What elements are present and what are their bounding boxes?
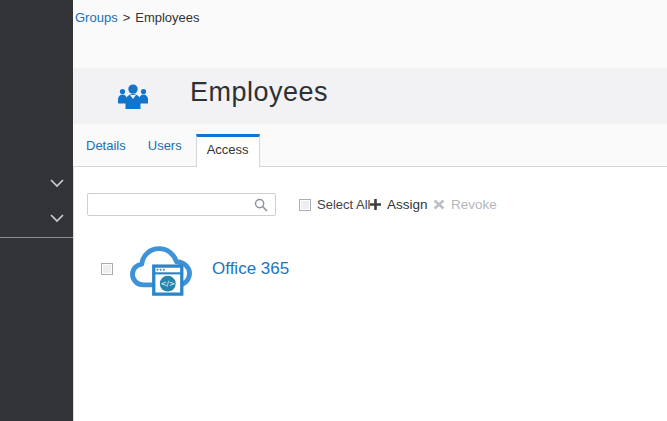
sidebar (0, 0, 73, 421)
search-input[interactable] (88, 194, 256, 215)
tab-users[interactable]: Users (148, 138, 182, 153)
page-header: Employees (73, 68, 667, 124)
revoke-label: Revoke (451, 197, 497, 212)
assign-button[interactable]: Assign (370, 193, 428, 216)
search-icon[interactable] (254, 198, 268, 212)
app-checkbox[interactable] (101, 263, 113, 275)
tab-details[interactable]: Details (86, 138, 126, 153)
plus-icon (370, 199, 381, 210)
breadcrumb: Groups>Employees (75, 10, 200, 25)
people-group-icon (117, 82, 149, 110)
revoke-button[interactable]: Revoke (433, 193, 497, 216)
breadcrumb-current: Employees (135, 10, 199, 25)
breadcrumb-separator: > (123, 10, 131, 25)
tab-access[interactable]: Access (196, 134, 260, 167)
breadcrumb-link-groups[interactable]: Groups (75, 10, 118, 25)
chevron-down-icon (49, 213, 65, 225)
access-tab-panel: Select All Assign Revoke (73, 167, 667, 421)
tab-strip: Details Users Access (73, 124, 667, 167)
select-all-control[interactable]: Select All (299, 193, 370, 216)
sidebar-collapse-button-2[interactable] (49, 213, 65, 225)
main-area: Groups>Employees Employees Details Users… (73, 0, 667, 421)
chevron-down-icon (49, 178, 65, 190)
svg-text:</>: </> (160, 279, 175, 288)
assign-label: Assign (387, 197, 428, 212)
app-name-link[interactable]: Office 365 (212, 259, 289, 279)
select-all-label: Select All (317, 197, 370, 212)
page-title: Employees (190, 77, 328, 108)
x-icon (433, 199, 445, 210)
select-all-checkbox[interactable] (299, 199, 311, 211)
access-list-item: </> Office 365 (101, 239, 289, 299)
sidebar-collapse-button-1[interactable] (49, 178, 65, 190)
sidebar-divider (0, 237, 73, 238)
cloud-app-icon: </> (130, 240, 192, 298)
search-box (87, 193, 276, 216)
